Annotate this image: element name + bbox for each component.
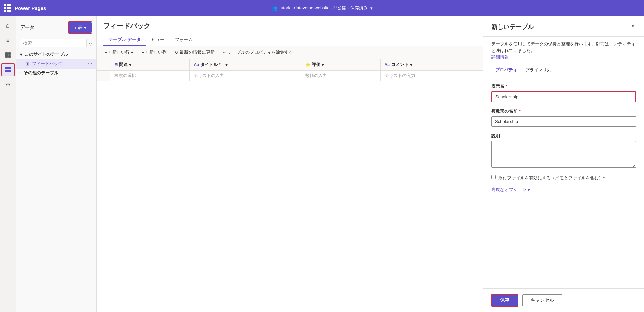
panel-tabs: プロパティ プライマリ列 (483, 60, 644, 76)
display-name-input[interactable] (491, 91, 636, 102)
row-relation-cell[interactable]: 検索の選択 (110, 71, 190, 81)
form-group-display-name: 表示名 * (491, 83, 636, 102)
nav-section-other-tables[interactable]: › その他のテーブル (16, 69, 96, 77)
description-input[interactable] (491, 141, 636, 168)
tab-view[interactable]: ビュー (146, 34, 170, 46)
more-options-icon[interactable]: ··· (88, 61, 92, 67)
plus-icon: + (142, 50, 144, 55)
cancel-button[interactable]: キャンセル (522, 294, 562, 306)
app-name: Power Pages (15, 5, 46, 11)
chevron-down-icon: ▾ (20, 52, 22, 57)
row-checkbox-cell (97, 71, 110, 81)
svg-rect-4 (8, 67, 11, 69)
row-rating-cell[interactable]: 数値の入力 (301, 71, 380, 81)
plus-icon: + (74, 25, 77, 30)
nav-section-site-tables[interactable]: ▾ このサイトのテーブル (16, 50, 96, 59)
sidebar-item-styles[interactable] (1, 48, 15, 62)
svg-rect-2 (8, 55, 11, 58)
display-name-label: 表示名 * (491, 83, 636, 89)
panel-tab-properties[interactable]: プロパティ (491, 64, 521, 76)
content-toolbar: + + 新しい行 ▾ + + 新しい列 ↻ 最新の情報に更新 ✏ テーブルのプロ… (97, 46, 483, 59)
dropdown-chevron-icon[interactable]: ▾ (370, 6, 373, 11)
app-logo: Power Pages (4, 4, 46, 12)
advanced-options-toggle[interactable]: 高度なオプション ▾ (491, 187, 636, 193)
detail-link[interactable]: 詳細情報 (491, 54, 509, 59)
app-grid-icon (4, 4, 11, 12)
right-panel-title: 新しいテーブル (491, 23, 534, 31)
new-row-button[interactable]: + + 新しい行 ▾ (103, 49, 135, 56)
panel-tab-primary-col[interactable]: プライマリ列 (521, 64, 555, 76)
table-row: 検索の選択 テキストの入力 数値の入力 テキストの入力 (97, 71, 483, 81)
top-bar: Power Pages 👥 tutorial-dataverse-website… (0, 0, 644, 16)
panel-footer: 保存 キャンセル (483, 288, 644, 312)
required-marker: * (519, 109, 521, 114)
section-label: このサイトのテーブル (24, 51, 68, 57)
sidebar-item-data[interactable] (1, 63, 15, 76)
form-group-plural-name: 複数形の名前 * (491, 108, 636, 127)
refresh-button[interactable]: ↻ 最新の情報に更新 (173, 49, 216, 56)
svg-rect-1 (8, 52, 11, 55)
row-title-cell[interactable]: テキストの入力 (190, 71, 301, 81)
nav-sidebar: データ + 表 ▾ ▽ ▾ このサイトのテーブル ⊞ フィードバック ··· ›… (16, 16, 97, 312)
edit-table-props-button[interactable]: ✏ テーブルのプロパティを編集する (221, 49, 294, 56)
icon-sidebar: ⌂ ≡ ⚙ ··· (0, 16, 16, 312)
sidebar-item-home[interactable]: ⌂ (1, 19, 15, 32)
refresh-icon: ↻ (175, 50, 178, 55)
plural-name-label: 複数形の名前 * (491, 108, 636, 114)
tab-form[interactable]: フォーム (170, 34, 198, 46)
tab-table-data[interactable]: テーブル データ (103, 34, 146, 46)
attachment-checkbox[interactable] (491, 175, 496, 179)
dropdown-icon: ▾ (225, 62, 228, 67)
col-relation[interactable]: ⊞ 関連 ▾ (110, 59, 190, 71)
page-title: フィードバック (103, 21, 476, 31)
svg-rect-3 (5, 67, 8, 69)
nav-item-feedback[interactable]: ⊞ フィードバック ··· (16, 59, 96, 69)
users-icon: 👥 (271, 5, 277, 11)
save-button[interactable]: 保存 (491, 294, 518, 307)
nav-item-label: フィードバック (32, 61, 62, 67)
dropdown-icon: ▾ (129, 62, 131, 67)
chevron-down-icon: ▾ (528, 187, 530, 192)
add-table-label: 表 (78, 24, 83, 31)
relation-col-icon: ⊞ (114, 62, 118, 67)
close-panel-button[interactable]: × (630, 23, 636, 30)
content-header: フィードバック テーブル データ ビュー フォーム (97, 16, 483, 46)
add-table-button-wrapper: + 表 ▾ (68, 21, 92, 34)
other-tables-label: その他のテーブル (23, 70, 58, 76)
comment-col-icon: Aa (385, 62, 390, 67)
description-label: 説明 (491, 133, 636, 139)
right-panel: 新しいテーブル × テーブルを使用してデータの保持と整理を行います。以前はエンテ… (483, 16, 644, 312)
sidebar-item-settings[interactable]: ⚙ (1, 78, 15, 91)
attachment-label: 添付ファイルを有効にする（メモとファイルを含む）1 (498, 175, 605, 181)
form-group-description: 説明 (491, 133, 636, 169)
col-rating[interactable]: ⭐ 評価 ▾ (301, 59, 380, 71)
main-content: フィードバック テーブル データ ビュー フォーム + + 新しい行 ▾ + +… (97, 16, 483, 312)
title-col-icon: Aa (194, 62, 199, 67)
search-input[interactable] (20, 39, 87, 47)
sidebar-item-pages[interactable]: ≡ (1, 34, 15, 47)
table-icon: ⊞ (25, 61, 29, 66)
sidebar-item-more[interactable]: ··· (1, 296, 15, 309)
col-title[interactable]: Aa タイトル * ↑ ▾ (190, 59, 301, 71)
nav-sidebar-header: データ + 表 ▾ (16, 20, 96, 35)
svg-rect-0 (5, 52, 8, 58)
site-info: tutorial-dataverse-website - 非公開 - 保存済み (280, 5, 368, 11)
svg-rect-6 (8, 70, 11, 72)
add-table-button[interactable]: + 表 ▾ (69, 22, 92, 33)
chevron-right-icon: › (20, 71, 21, 76)
top-bar-center: 👥 tutorial-dataverse-website - 非公開 - 保存済… (271, 5, 373, 11)
nav-sidebar-title: データ (20, 24, 34, 31)
content-tabs: テーブル データ ビュー フォーム (103, 34, 476, 46)
svg-rect-5 (5, 70, 8, 72)
new-column-button[interactable]: + + 新しい列 (140, 49, 168, 56)
row-comment-cell[interactable]: テキストの入力 (380, 71, 483, 81)
filter-icon[interactable]: ▽ (89, 41, 92, 46)
add-table-dropdown-icon: ▾ (84, 25, 86, 30)
right-panel-header: 新しいテーブル × (483, 16, 644, 37)
panel-body: 表示名 * 複数形の名前 * 説明 添付ファイルを有効にする（メモとファ (483, 76, 644, 289)
required-marker: * (506, 84, 507, 89)
col-comment[interactable]: Aa コメント ▾ (380, 59, 483, 71)
plural-name-input[interactable] (491, 116, 636, 127)
attachment-checkbox-row: 添付ファイルを有効にする（メモとファイルを含む）1 (491, 175, 636, 181)
rating-col-icon: ⭐ (305, 62, 310, 67)
